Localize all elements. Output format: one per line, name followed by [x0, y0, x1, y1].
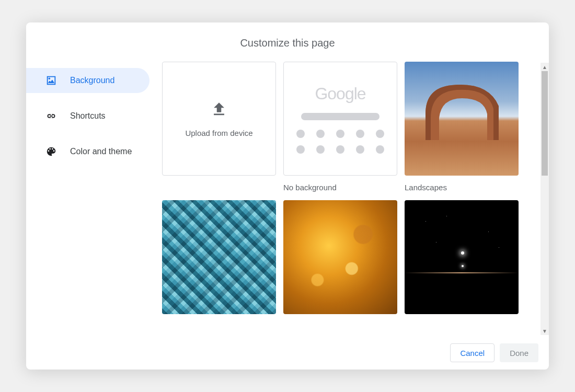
link-icon	[45, 110, 58, 122]
google-logo-placeholder: Google	[315, 84, 365, 103]
vertical-scrollbar[interactable]: ▲ ▼	[540, 62, 549, 336]
sidebar-item-label: Color and theme	[70, 147, 132, 156]
sidebar: Background Shortcuts Color and theme	[26, 62, 162, 336]
done-button[interactable]: Done	[500, 343, 538, 362]
sidebar-item-label: Background	[70, 76, 114, 85]
earth-thumbnail[interactable]	[405, 200, 519, 314]
scroll-down-button[interactable]: ▼	[540, 327, 549, 335]
sidebar-item-shortcuts[interactable]: Shortcuts	[26, 103, 150, 129]
scroll-track[interactable]	[540, 71, 549, 327]
tile-earth[interactable]	[405, 200, 519, 314]
customize-dialog: Customize this page Background Shortcuts	[26, 22, 549, 370]
palette-icon	[45, 145, 58, 158]
textures-thumbnail[interactable]	[162, 200, 276, 314]
tile-landscapes[interactable]: Landscapes	[405, 62, 519, 192]
main-area: Upload from device Google No back	[162, 62, 549, 336]
scroll-thumb[interactable]	[542, 71, 548, 176]
shortcut-dots	[296, 130, 384, 154]
search-bar-placeholder	[301, 113, 380, 120]
background-grid-scroll: Upload from device Google No back	[162, 62, 540, 336]
tile-caption: No background	[283, 183, 397, 192]
tile-caption: Landscapes	[405, 183, 519, 192]
dialog-footer: Cancel Done	[26, 336, 549, 370]
background-grid: Upload from device Google No back	[162, 62, 536, 314]
tile-no-background[interactable]: Google No background	[283, 62, 397, 192]
landscapes-thumbnail[interactable]	[405, 62, 519, 176]
cancel-button[interactable]: Cancel	[450, 343, 494, 362]
dialog-title: Customize this page	[26, 22, 549, 62]
tile-life[interactable]	[283, 200, 397, 314]
image-icon	[45, 74, 58, 87]
tile-upload[interactable]: Upload from device	[162, 62, 276, 192]
tile-textures[interactable]	[162, 200, 276, 314]
upload-label: Upload from device	[185, 129, 252, 137]
upload-tile-box[interactable]: Upload from device	[162, 62, 276, 176]
sidebar-item-label: Shortcuts	[70, 111, 106, 121]
svg-point-0	[49, 78, 50, 79]
upload-icon	[210, 100, 228, 120]
no-background-tile-box[interactable]: Google	[283, 62, 397, 176]
scroll-up-button[interactable]: ▲	[540, 63, 549, 71]
life-thumbnail[interactable]	[283, 200, 397, 314]
sidebar-item-background[interactable]: Background	[26, 68, 150, 93]
sidebar-item-color-theme[interactable]: Color and theme	[26, 139, 150, 164]
dialog-body: Background Shortcuts Color and theme	[26, 62, 549, 336]
